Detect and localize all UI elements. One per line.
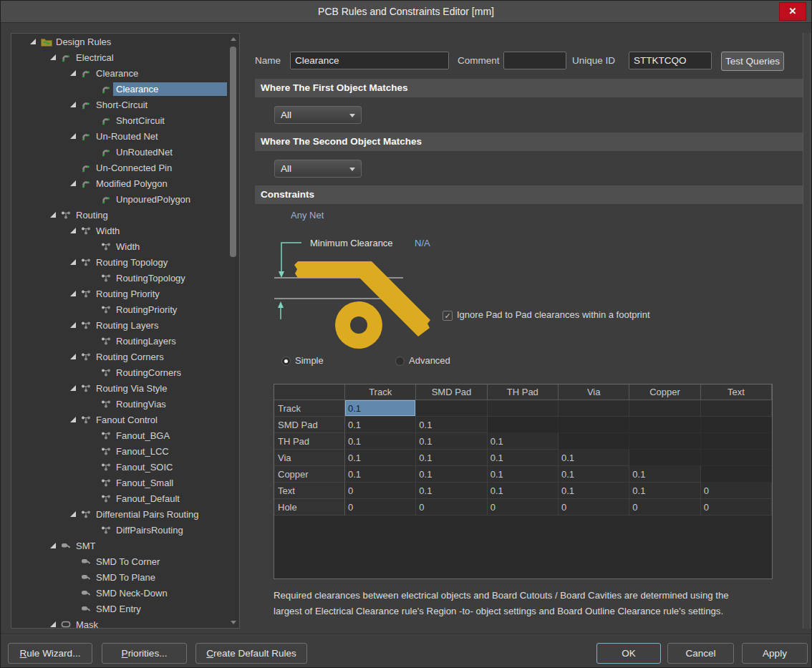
expand-arrow-icon[interactable] — [70, 70, 81, 76]
tree-item-mask[interactable]: Mask — [11, 616, 239, 629]
tree-item-un-connected-pin[interactable]: Un-Connected Pin — [11, 160, 239, 175]
second-object-scope-dropdown[interactable]: All — [274, 160, 362, 178]
minimum-clearance-value[interactable]: N/A — [415, 238, 430, 248]
expand-arrow-icon[interactable] — [70, 417, 81, 422]
tree-item-routing-layers[interactable]: Routing Layers — [11, 317, 239, 333]
scroll-up-icon[interactable] — [231, 37, 236, 41]
create-default-rules-button[interactable]: Create Default Rules — [195, 643, 307, 664]
tree-item-short-circuit[interactable]: Short-Circuit — [11, 97, 239, 112]
tree-item-clearance[interactable]: Clearance — [11, 81, 239, 97]
expand-arrow-icon[interactable] — [50, 54, 61, 60]
matrix-cell[interactable]: 0.1 — [345, 466, 416, 483]
titlebar[interactable]: PCB Rules and Constraints Editor [mm] ✕ — [1, 1, 811, 23]
tree-item-clearance[interactable]: Clearance — [11, 65, 239, 81]
test-queries-button[interactable]: Test Queries — [721, 52, 784, 71]
matrix-cell[interactable] — [559, 417, 629, 433]
tree-item-electrical[interactable]: Electrical — [11, 49, 239, 65]
tree-item-un-routed-net[interactable]: Un-Routed Net — [11, 128, 239, 144]
matrix-cell[interactable] — [629, 417, 700, 433]
matrix-cell[interactable] — [701, 433, 772, 450]
tree-item-design-rules[interactable]: Design Rules — [11, 34, 239, 49]
expand-arrow-icon[interactable] — [50, 543, 61, 548]
matrix-cell[interactable]: 0.1 — [488, 483, 559, 499]
matrix-cell[interactable]: 0.1 — [416, 433, 487, 450]
tree-item-diffpairsrouting[interactable]: DiffPairsRouting — [11, 522, 239, 538]
ok-button[interactable]: OK — [596, 643, 661, 664]
name-input[interactable] — [290, 52, 449, 69]
matrix-cell[interactable] — [488, 417, 559, 433]
tree-item-routing-priority[interactable]: Routing Priority — [11, 286, 239, 301]
tree-item-fanout-soic[interactable]: Fanout_SOIC — [11, 459, 239, 475]
expand-arrow-icon[interactable] — [30, 39, 41, 44]
tree-item-smt[interactable]: SMT — [11, 538, 239, 553]
matrix-cell[interactable]: 0.1 — [345, 417, 416, 433]
tree-item-width[interactable]: Width — [11, 238, 239, 254]
expand-arrow-icon[interactable] — [70, 180, 81, 186]
tree-item-shortcircuit[interactable]: ShortCircuit — [11, 112, 239, 128]
expand-arrow-icon[interactable] — [70, 259, 81, 265]
matrix-cell[interactable] — [701, 450, 772, 466]
matrix-cell[interactable] — [701, 466, 772, 483]
matrix-cell[interactable]: 0.1 — [629, 483, 700, 499]
tree-scrollbar-thumb[interactable] — [230, 47, 236, 257]
tree-item-fanout-bga[interactable]: Fanout_BGA — [11, 427, 239, 443]
tree-item-modified-polygon[interactable]: Modified Polygon — [11, 175, 239, 191]
matrix-cell[interactable] — [559, 400, 629, 417]
matrix-cell[interactable]: 0.1 — [559, 450, 629, 466]
tree-item-smd-neck-down[interactable]: SMD Neck-Down — [11, 585, 239, 601]
expand-arrow-icon[interactable] — [70, 385, 81, 391]
matrix-cell[interactable]: 0.1 — [416, 450, 487, 466]
matrix-cell[interactable]: 0 — [345, 499, 416, 515]
matrix-cell[interactable]: 0 — [345, 483, 416, 499]
tree-item-fanout-control[interactable]: Fanout Control — [11, 412, 239, 427]
matrix-cell[interactable]: 0.1 — [345, 450, 416, 466]
matrix-cell[interactable]: 0 — [559, 499, 629, 515]
matrix-cell[interactable] — [629, 400, 700, 417]
matrix-cell[interactable]: 0.1 — [416, 417, 487, 433]
matrix-cell[interactable] — [629, 450, 700, 466]
tree-item-routingvias[interactable]: RoutingVias — [11, 396, 239, 412]
tree-item-smd-to-plane[interactable]: SMD To Plane — [11, 569, 239, 585]
matrix-cell[interactable]: 0.1 — [629, 466, 700, 483]
tree-item-smd-to-corner[interactable]: SMD To Corner — [11, 553, 239, 569]
matrix-cell[interactable]: 0.1 — [345, 433, 416, 450]
tree-item-width[interactable]: Width — [11, 223, 239, 238]
matrix-cell[interactable]: 0.1 — [559, 483, 629, 499]
expand-arrow-icon[interactable] — [70, 228, 81, 233]
expand-arrow-icon[interactable] — [70, 133, 81, 139]
comment-input[interactable] — [503, 52, 566, 69]
simple-mode-radio[interactable] — [281, 357, 291, 366]
apply-button[interactable]: Apply — [742, 643, 808, 664]
tree-item-fanout-small[interactable]: Fanout_Small — [11, 475, 239, 490]
matrix-cell[interactable]: 0 — [701, 483, 772, 499]
tree-item-routing-topology[interactable]: Routing Topology — [11, 254, 239, 270]
unique-id-input[interactable] — [629, 52, 712, 69]
matrix-cell[interactable]: 0 — [701, 499, 772, 515]
expand-arrow-icon[interactable] — [50, 621, 61, 627]
tree-item-routingtopology[interactable]: RoutingTopology — [11, 270, 239, 286]
tree-item-routingcorners[interactable]: RoutingCorners — [11, 364, 239, 380]
matrix-cell[interactable]: 0.1 — [488, 466, 559, 483]
tree-item-routing-via-style[interactable]: Routing Via Style — [11, 380, 239, 396]
tree-item-unroutednet[interactable]: UnRoutedNet — [11, 144, 239, 160]
expand-arrow-icon[interactable] — [70, 102, 81, 107]
tree-item-routingpriority[interactable]: RoutingPriority — [11, 301, 239, 317]
matrix-cell[interactable]: 0.1 — [345, 400, 416, 417]
tree-item-routinglayers[interactable]: RoutingLayers — [11, 333, 239, 349]
tree-item-unpouredpolygon[interactable]: UnpouredPolygon — [11, 191, 239, 207]
matrix-cell[interactable]: 0.1 — [488, 433, 559, 450]
matrix-cell[interactable]: 0.1 — [416, 483, 487, 499]
tree-item-fanout-default[interactable]: Fanout_Default — [11, 490, 239, 506]
matrix-cell[interactable] — [701, 400, 772, 417]
expand-arrow-icon[interactable] — [70, 291, 81, 296]
matrix-cell[interactable]: 0.1 — [416, 466, 487, 483]
tree-item-fanout-lcc[interactable]: Fanout_LCC — [11, 443, 239, 459]
scroll-down-icon[interactable] — [231, 621, 236, 624]
expand-arrow-icon[interactable] — [70, 354, 81, 359]
priorities-button[interactable]: Priorities... — [102, 643, 187, 664]
rule-wizard-button[interactable]: Rule Wizard... — [8, 643, 92, 664]
matrix-cell[interactable] — [629, 433, 700, 450]
matrix-cell[interactable] — [416, 400, 487, 417]
expand-arrow-icon[interactable] — [50, 212, 61, 218]
close-button[interactable]: ✕ — [779, 2, 806, 21]
